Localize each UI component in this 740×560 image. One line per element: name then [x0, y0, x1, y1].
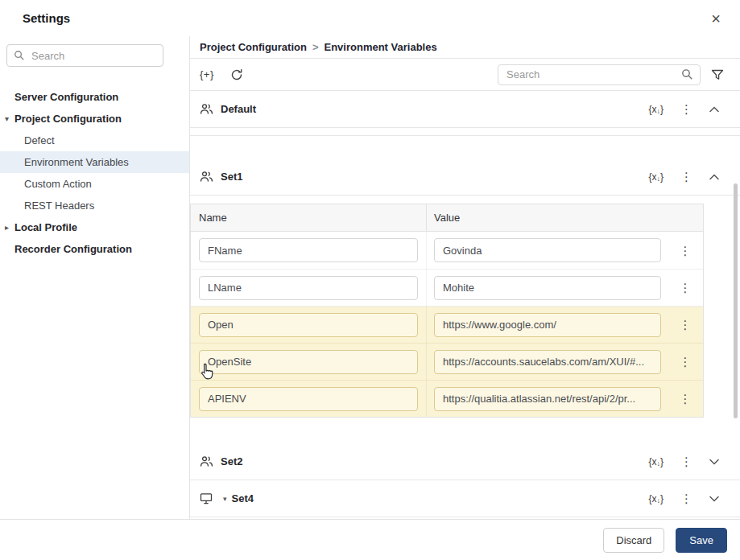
- filter-icon[interactable]: [711, 69, 724, 80]
- section-title: Default: [221, 103, 256, 115]
- kebab-menu-icon[interactable]: ⋮: [680, 319, 692, 331]
- breadcrumb-separator: >: [312, 41, 319, 53]
- section-actions: {x↓} ⋮: [648, 171, 719, 183]
- users-icon: [200, 103, 213, 115]
- section-title: Set1: [221, 171, 242, 183]
- section-actions: {x↓} ⋮: [648, 103, 719, 115]
- table-row-highlighted: ⋮: [191, 306, 703, 343]
- kebab-menu-icon[interactable]: ⋮: [680, 455, 692, 467]
- variables-table: Name Value ⋮: [190, 204, 704, 418]
- sidebar-item-environment-variables[interactable]: Environment Variables: [0, 151, 189, 173]
- close-icon[interactable]: ×: [711, 10, 721, 27]
- nav-label: Defect: [24, 134, 55, 146]
- variables-search-input[interactable]: [498, 64, 701, 85]
- table-header-row: Name Value: [191, 204, 703, 232]
- var-name-input[interactable]: [199, 350, 418, 374]
- monitor-icon: [200, 492, 213, 504]
- nav-label: Server Configuration: [14, 91, 118, 103]
- variables-export-icon[interactable]: {x↓}: [648, 493, 664, 504]
- chevron-down-icon[interactable]: [709, 459, 719, 465]
- sidebar-search-input[interactable]: [6, 44, 163, 67]
- toolbar: {+}: [190, 59, 740, 91]
- main-panel: Project Configuration > Environment Vari…: [190, 36, 740, 519]
- var-value-input[interactable]: [434, 387, 661, 411]
- kebab-menu-icon[interactable]: ⋮: [680, 356, 692, 368]
- sidebar-item-local-profile[interactable]: ▸ Local Profile: [0, 216, 189, 238]
- dialog-title: Settings: [23, 11, 70, 25]
- caret-down-icon[interactable]: ▾: [223, 495, 227, 503]
- var-value-input[interactable]: [434, 238, 661, 262]
- nav-label: REST Headers: [24, 200, 94, 212]
- discard-button[interactable]: Discard: [603, 528, 664, 553]
- toolbar-search: [498, 64, 701, 85]
- breadcrumb-parent[interactable]: Project Configuration: [200, 41, 307, 53]
- kebab-menu-icon[interactable]: ⋮: [680, 103, 692, 115]
- sidebar-item-server-configuration[interactable]: Server Configuration: [0, 86, 189, 108]
- nav-label: Environment Variables: [24, 156, 129, 168]
- var-name-input[interactable]: [199, 238, 418, 262]
- kebab-menu-icon[interactable]: ⋮: [680, 282, 692, 294]
- column-header-name: Name: [191, 204, 427, 231]
- refresh-icon[interactable]: [230, 68, 243, 81]
- section-actions: {x↓} ⋮: [648, 455, 719, 467]
- dialog-footer: Discard Save: [0, 519, 740, 560]
- kebab-menu-icon[interactable]: ⋮: [680, 171, 692, 183]
- sidebar-item-rest-headers[interactable]: REST Headers: [0, 195, 189, 216]
- add-variable-set-icon[interactable]: {+}: [200, 68, 214, 80]
- sidebar-item-project-configuration[interactable]: ▾ Project Configuration: [0, 108, 189, 130]
- caret-down-icon[interactable]: ▾: [5, 114, 9, 123]
- vertical-scrollbar[interactable]: [734, 183, 738, 418]
- variables-export-icon[interactable]: {x↓}: [648, 456, 664, 467]
- section-title: Set4: [232, 492, 254, 504]
- settings-dialog: Settings × Server Configuration ▾ Projec…: [0, 0, 740, 560]
- breadcrumb-current: Environment Variables: [324, 41, 436, 53]
- variables-export-icon[interactable]: {x↓}: [648, 171, 664, 183]
- mouse-hand-cursor: [199, 363, 213, 380]
- section-actions: {x↓} ⋮: [648, 492, 719, 504]
- search-icon: [14, 50, 25, 64]
- table-row-highlighted: ⋮: [191, 380, 703, 417]
- users-icon: [200, 171, 213, 183]
- kebab-menu-icon[interactable]: ⋮: [680, 245, 692, 257]
- nav-label: Custom Action: [24, 178, 92, 190]
- column-header-value: Value: [427, 212, 668, 224]
- table-row: ⋮: [191, 232, 703, 269]
- var-name-input[interactable]: [199, 276, 418, 300]
- section-set2-header[interactable]: Set2 {x↓} ⋮: [190, 443, 740, 480]
- kebab-menu-icon[interactable]: ⋮: [680, 393, 692, 405]
- sidebar-item-custom-action[interactable]: Custom Action: [0, 173, 189, 195]
- search-icon: [681, 68, 693, 84]
- var-name-input[interactable]: [199, 313, 418, 337]
- table-row: ⋮: [191, 269, 703, 306]
- settings-nav: Server Configuration ▾ Project Configura…: [0, 86, 189, 260]
- nav-label: Recorder Configuration: [14, 243, 132, 255]
- settings-sidebar: Server Configuration ▾ Project Configura…: [0, 36, 190, 519]
- caret-right-icon[interactable]: ▸: [5, 223, 9, 232]
- nav-label: Project Configuration: [14, 113, 122, 125]
- users-icon: [200, 455, 213, 467]
- var-name-input[interactable]: [199, 387, 418, 411]
- section-default-header[interactable]: Default {x↓} ⋮: [190, 91, 740, 128]
- kebab-menu-icon[interactable]: ⋮: [680, 492, 692, 504]
- variables-export-icon[interactable]: {x↓}: [648, 104, 664, 115]
- chevron-down-icon[interactable]: [709, 496, 719, 502]
- breadcrumb: Project Configuration > Environment Vari…: [190, 36, 740, 59]
- sidebar-item-recorder-configuration[interactable]: Recorder Configuration: [0, 238, 189, 260]
- titlebar: Settings ×: [0, 0, 740, 36]
- sidebar-item-defect[interactable]: Defect: [0, 130, 189, 151]
- save-button[interactable]: Save: [676, 528, 727, 553]
- toolbar-right: [498, 64, 724, 85]
- section-set1-header[interactable]: Set1 {x↓} ⋮: [190, 159, 740, 196]
- section-title: Set2: [221, 455, 242, 467]
- chevron-up-icon[interactable]: [709, 174, 719, 180]
- var-value-input[interactable]: [434, 276, 661, 300]
- sidebar-search: [6, 44, 163, 67]
- var-value-input[interactable]: [434, 313, 661, 337]
- var-value-input[interactable]: [434, 350, 661, 374]
- table-row-highlighted: ⋮: [191, 343, 703, 380]
- default-section-content: [190, 128, 740, 136]
- section-set4-header[interactable]: ▾ Set4 {x↓} ⋮: [190, 480, 740, 517]
- chevron-up-icon[interactable]: [709, 106, 719, 113]
- nav-label: Local Profile: [14, 221, 77, 233]
